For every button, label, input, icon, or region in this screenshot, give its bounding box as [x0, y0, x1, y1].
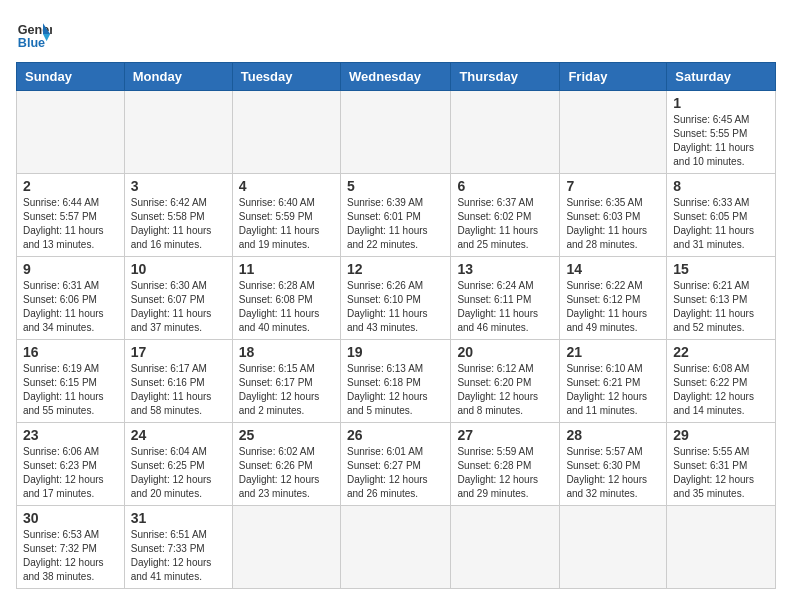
calendar-day-cell: 27Sunrise: 5:59 AM Sunset: 6:28 PM Dayli… [451, 423, 560, 506]
calendar-day-cell: 2Sunrise: 6:44 AM Sunset: 5:57 PM Daylig… [17, 174, 125, 257]
day-number: 30 [23, 510, 118, 526]
day-info: Sunrise: 6:37 AM Sunset: 6:02 PM Dayligh… [457, 196, 553, 252]
calendar-day-cell: 17Sunrise: 6:17 AM Sunset: 6:16 PM Dayli… [124, 340, 232, 423]
day-number: 24 [131, 427, 226, 443]
day-info: Sunrise: 6:26 AM Sunset: 6:10 PM Dayligh… [347, 279, 444, 335]
day-number: 3 [131, 178, 226, 194]
day-number: 17 [131, 344, 226, 360]
calendar-day-cell: 22Sunrise: 6:08 AM Sunset: 6:22 PM Dayli… [667, 340, 776, 423]
day-number: 21 [566, 344, 660, 360]
day-info: Sunrise: 5:59 AM Sunset: 6:28 PM Dayligh… [457, 445, 553, 501]
day-info: Sunrise: 6:10 AM Sunset: 6:21 PM Dayligh… [566, 362, 660, 418]
calendar-day-cell: 13Sunrise: 6:24 AM Sunset: 6:11 PM Dayli… [451, 257, 560, 340]
calendar-day-cell: 14Sunrise: 6:22 AM Sunset: 6:12 PM Dayli… [560, 257, 667, 340]
day-info: Sunrise: 6:53 AM Sunset: 7:32 PM Dayligh… [23, 528, 118, 584]
day-info: Sunrise: 6:35 AM Sunset: 6:03 PM Dayligh… [566, 196, 660, 252]
calendar-day-cell [560, 91, 667, 174]
calendar-day-cell: 29Sunrise: 5:55 AM Sunset: 6:31 PM Dayli… [667, 423, 776, 506]
day-number: 28 [566, 427, 660, 443]
day-info: Sunrise: 6:04 AM Sunset: 6:25 PM Dayligh… [131, 445, 226, 501]
day-number: 8 [673, 178, 769, 194]
weekday-header: Wednesday [340, 63, 450, 91]
day-number: 4 [239, 178, 334, 194]
day-number: 31 [131, 510, 226, 526]
day-number: 27 [457, 427, 553, 443]
calendar-day-cell: 28Sunrise: 5:57 AM Sunset: 6:30 PM Dayli… [560, 423, 667, 506]
day-info: Sunrise: 6:22 AM Sunset: 6:12 PM Dayligh… [566, 279, 660, 335]
day-info: Sunrise: 6:24 AM Sunset: 6:11 PM Dayligh… [457, 279, 553, 335]
calendar-table: SundayMondayTuesdayWednesdayThursdayFrid… [16, 62, 776, 589]
day-info: Sunrise: 6:42 AM Sunset: 5:58 PM Dayligh… [131, 196, 226, 252]
calendar-day-cell: 7Sunrise: 6:35 AM Sunset: 6:03 PM Daylig… [560, 174, 667, 257]
calendar-week-row: 30Sunrise: 6:53 AM Sunset: 7:32 PM Dayli… [17, 506, 776, 589]
calendar-day-cell: 4Sunrise: 6:40 AM Sunset: 5:59 PM Daylig… [232, 174, 340, 257]
day-number: 23 [23, 427, 118, 443]
calendar-week-row: 1Sunrise: 6:45 AM Sunset: 5:55 PM Daylig… [17, 91, 776, 174]
day-number: 15 [673, 261, 769, 277]
day-number: 19 [347, 344, 444, 360]
calendar-day-cell: 26Sunrise: 6:01 AM Sunset: 6:27 PM Dayli… [340, 423, 450, 506]
calendar-day-cell [451, 506, 560, 589]
day-info: Sunrise: 6:21 AM Sunset: 6:13 PM Dayligh… [673, 279, 769, 335]
calendar-day-cell: 30Sunrise: 6:53 AM Sunset: 7:32 PM Dayli… [17, 506, 125, 589]
day-info: Sunrise: 6:39 AM Sunset: 6:01 PM Dayligh… [347, 196, 444, 252]
day-number: 29 [673, 427, 769, 443]
day-number: 12 [347, 261, 444, 277]
calendar-week-row: 9Sunrise: 6:31 AM Sunset: 6:06 PM Daylig… [17, 257, 776, 340]
calendar-day-cell [232, 91, 340, 174]
calendar-week-row: 16Sunrise: 6:19 AM Sunset: 6:15 PM Dayli… [17, 340, 776, 423]
day-number: 18 [239, 344, 334, 360]
day-info: Sunrise: 6:02 AM Sunset: 6:26 PM Dayligh… [239, 445, 334, 501]
calendar-week-row: 2Sunrise: 6:44 AM Sunset: 5:57 PM Daylig… [17, 174, 776, 257]
day-info: Sunrise: 5:57 AM Sunset: 6:30 PM Dayligh… [566, 445, 660, 501]
calendar-day-cell: 6Sunrise: 6:37 AM Sunset: 6:02 PM Daylig… [451, 174, 560, 257]
calendar-day-cell: 31Sunrise: 6:51 AM Sunset: 7:33 PM Dayli… [124, 506, 232, 589]
day-info: Sunrise: 5:55 AM Sunset: 6:31 PM Dayligh… [673, 445, 769, 501]
calendar-day-cell [340, 506, 450, 589]
weekday-header: Monday [124, 63, 232, 91]
day-number: 13 [457, 261, 553, 277]
calendar-day-cell [17, 91, 125, 174]
day-info: Sunrise: 6:40 AM Sunset: 5:59 PM Dayligh… [239, 196, 334, 252]
day-info: Sunrise: 6:30 AM Sunset: 6:07 PM Dayligh… [131, 279, 226, 335]
day-info: Sunrise: 6:28 AM Sunset: 6:08 PM Dayligh… [239, 279, 334, 335]
day-info: Sunrise: 6:17 AM Sunset: 6:16 PM Dayligh… [131, 362, 226, 418]
calendar-day-cell: 8Sunrise: 6:33 AM Sunset: 6:05 PM Daylig… [667, 174, 776, 257]
day-number: 10 [131, 261, 226, 277]
day-number: 6 [457, 178, 553, 194]
day-number: 25 [239, 427, 334, 443]
page-header: General Blue [16, 16, 776, 52]
weekday-header: Saturday [667, 63, 776, 91]
calendar-day-cell: 9Sunrise: 6:31 AM Sunset: 6:06 PM Daylig… [17, 257, 125, 340]
day-info: Sunrise: 6:08 AM Sunset: 6:22 PM Dayligh… [673, 362, 769, 418]
weekday-header: Thursday [451, 63, 560, 91]
day-info: Sunrise: 6:12 AM Sunset: 6:20 PM Dayligh… [457, 362, 553, 418]
day-info: Sunrise: 6:33 AM Sunset: 6:05 PM Dayligh… [673, 196, 769, 252]
day-info: Sunrise: 6:13 AM Sunset: 6:18 PM Dayligh… [347, 362, 444, 418]
calendar-day-cell [667, 506, 776, 589]
weekday-header: Sunday [17, 63, 125, 91]
day-number: 5 [347, 178, 444, 194]
svg-text:Blue: Blue [18, 36, 45, 50]
calendar-day-cell [451, 91, 560, 174]
day-info: Sunrise: 6:19 AM Sunset: 6:15 PM Dayligh… [23, 362, 118, 418]
calendar-day-cell [560, 506, 667, 589]
weekday-header: Friday [560, 63, 667, 91]
calendar-day-cell: 20Sunrise: 6:12 AM Sunset: 6:20 PM Dayli… [451, 340, 560, 423]
calendar-day-cell: 25Sunrise: 6:02 AM Sunset: 6:26 PM Dayli… [232, 423, 340, 506]
day-number: 26 [347, 427, 444, 443]
calendar-day-cell: 21Sunrise: 6:10 AM Sunset: 6:21 PM Dayli… [560, 340, 667, 423]
day-info: Sunrise: 6:06 AM Sunset: 6:23 PM Dayligh… [23, 445, 118, 501]
weekday-header: Tuesday [232, 63, 340, 91]
day-number: 22 [673, 344, 769, 360]
calendar-day-cell [124, 91, 232, 174]
calendar-day-cell: 24Sunrise: 6:04 AM Sunset: 6:25 PM Dayli… [124, 423, 232, 506]
day-number: 1 [673, 95, 769, 111]
day-info: Sunrise: 6:31 AM Sunset: 6:06 PM Dayligh… [23, 279, 118, 335]
weekday-header-row: SundayMondayTuesdayWednesdayThursdayFrid… [17, 63, 776, 91]
day-number: 7 [566, 178, 660, 194]
day-number: 20 [457, 344, 553, 360]
day-info: Sunrise: 6:45 AM Sunset: 5:55 PM Dayligh… [673, 113, 769, 169]
calendar-day-cell [340, 91, 450, 174]
day-number: 14 [566, 261, 660, 277]
